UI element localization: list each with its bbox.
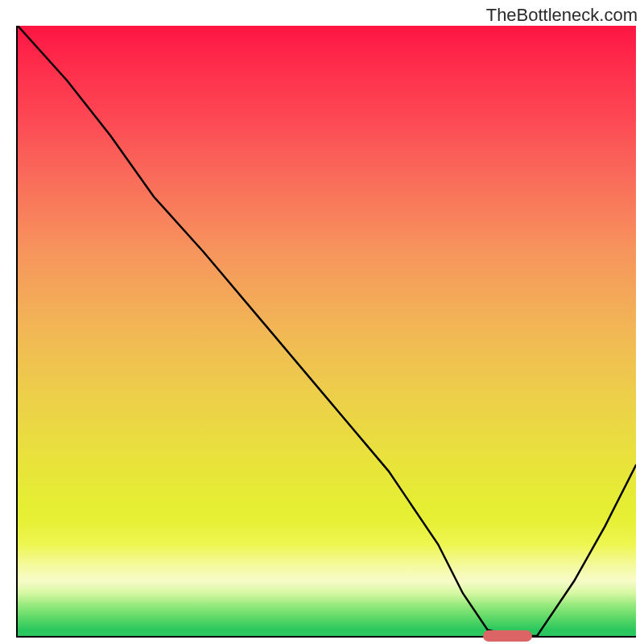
watermark-text: TheBottleneck.com (486, 5, 638, 26)
chart-curve-svg (18, 26, 636, 636)
bottleneck-curve-line (18, 26, 636, 636)
optimal-range-marker (483, 630, 533, 642)
chart-plot-area (16, 26, 636, 638)
